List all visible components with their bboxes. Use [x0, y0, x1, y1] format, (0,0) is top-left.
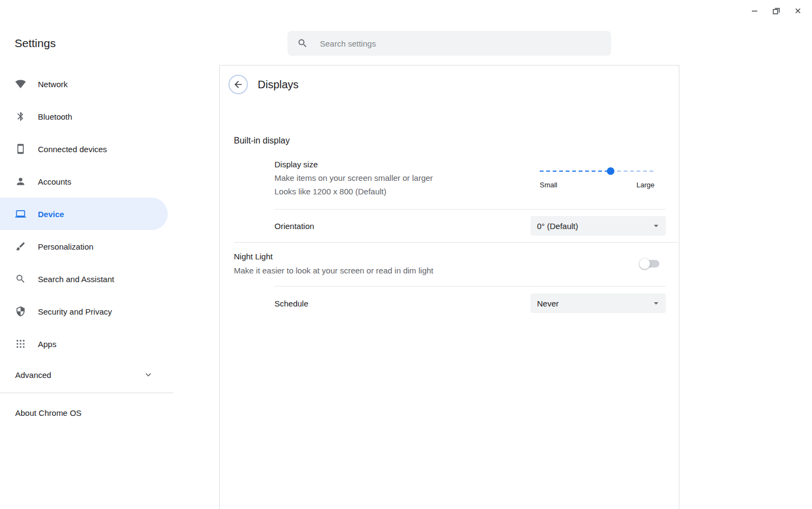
orientation-label: Orientation: [274, 221, 314, 231]
advanced-label: Advanced: [15, 370, 51, 380]
slider-min-label: Small: [540, 181, 558, 189]
arrow-back-icon: [233, 79, 244, 90]
sidebar-advanced-toggle[interactable]: Advanced: [0, 360, 168, 389]
brush-icon: [15, 241, 26, 252]
person-icon: [15, 176, 26, 187]
sidebar-item-label: Security and Privacy: [38, 307, 112, 316]
app-title: Settings: [15, 37, 56, 50]
chevron-down-icon: [143, 369, 154, 380]
sidebar-item-label: Bluetooth: [38, 112, 72, 121]
slider-track-rest: [611, 171, 654, 172]
wifi-icon: [15, 79, 26, 89]
slider-thumb[interactable]: [607, 167, 614, 175]
back-button[interactable]: [228, 75, 248, 94]
slider-labels: Small Large: [540, 181, 654, 189]
sidebar-item-personalization[interactable]: Personalization: [0, 230, 168, 263]
search-box[interactable]: [287, 31, 611, 56]
apps-grid-icon: [15, 338, 26, 349]
night-light-subtitle: Make it easier to look at your screen or…: [234, 264, 434, 278]
search-input[interactable]: [320, 39, 601, 48]
section-title-built-in-display: Built-in display: [234, 136, 679, 146]
sidebar-item-network[interactable]: Network: [0, 68, 168, 100]
sidebar-item-device[interactable]: Device: [0, 198, 168, 230]
laptop-icon: [15, 208, 26, 219]
window-titlebar: [0, 0, 812, 22]
restore-button[interactable]: [769, 3, 784, 18]
sidebar-item-label: Accounts: [38, 177, 71, 186]
sidebar-item-bluetooth[interactable]: Bluetooth: [0, 100, 168, 133]
sidebar-item-label: Personalization: [38, 242, 94, 251]
display-size-detail: Looks like 1200 x 800 (Default): [274, 185, 433, 198]
minimize-icon: [750, 6, 759, 15]
dropdown-arrow-icon: [651, 220, 662, 231]
slider-track[interactable]: [540, 167, 654, 175]
sidebar-item-connected-devices[interactable]: Connected devices: [0, 133, 168, 165]
restore-icon: [772, 6, 781, 15]
app-header: Settings: [0, 22, 812, 65]
night-light-text: Night Light Make it easier to look at yo…: [234, 250, 434, 278]
sidebar-item-accounts[interactable]: Accounts: [0, 165, 168, 198]
schedule-value: Never: [537, 299, 559, 308]
bluetooth-icon: [15, 111, 26, 122]
sidebar-item-label: Connected devices: [38, 145, 107, 154]
night-light-row: Night Light Make it easier to look at yo…: [234, 243, 666, 286]
slider-max-label: Large: [637, 181, 654, 189]
sidebar-divider: [0, 393, 173, 393]
sidebar-item-search-and-assistant[interactable]: Search and Assistant: [0, 263, 168, 295]
displays-panel: Displays Built-in display Display size M…: [219, 65, 679, 509]
orientation-value: 0° (Default): [537, 221, 578, 231]
close-icon: [794, 6, 802, 15]
schedule-label: Schedule: [274, 299, 309, 308]
display-size-subtitle: Make items on your screen smaller or lar…: [274, 171, 433, 185]
night-light-title: Night Light: [234, 250, 434, 264]
search-icon: [15, 273, 26, 284]
sidebar-item-label: Apps: [38, 340, 56, 349]
schedule-dropdown[interactable]: Never: [531, 293, 666, 313]
minimize-button[interactable]: [747, 3, 762, 18]
sidebar-item-label: Search and Assistant: [38, 275, 114, 284]
sidebar: NetworkBluetoothConnected devicesAccount…: [0, 65, 219, 509]
sidebar-item-security-and-privacy[interactable]: Security and Privacy: [0, 295, 168, 328]
night-light-toggle[interactable]: [641, 260, 659, 267]
sidebar-item-label: Network: [38, 80, 68, 89]
orientation-row: Orientation 0° (Default): [274, 210, 666, 242]
display-size-slider[interactable]: Small Large: [540, 167, 654, 189]
display-size-text: Display size Make items on your screen s…: [274, 158, 433, 198]
page-title: Displays: [258, 79, 299, 91]
dropdown-arrow-icon: [651, 298, 662, 309]
shield-icon: [15, 306, 26, 317]
schedule-row: Schedule Never: [274, 286, 666, 320]
display-size-row: Display size Make items on your screen s…: [274, 149, 666, 210]
smartphone-icon: [15, 143, 26, 154]
display-size-title: Display size: [274, 158, 433, 171]
orientation-dropdown[interactable]: 0° (Default): [531, 216, 666, 236]
sidebar-item-apps[interactable]: Apps: [0, 328, 168, 360]
close-button[interactable]: [790, 3, 806, 18]
toggle-thumb: [639, 258, 650, 269]
page-header: Displays: [220, 66, 679, 103]
sidebar-item-label: Device: [38, 210, 64, 219]
about-label: About Chrome OS: [15, 408, 82, 417]
sidebar-item-about-chrome-os[interactable]: About Chrome OS: [0, 396, 219, 429]
search-icon: [297, 38, 308, 49]
slider-track-active: [540, 171, 611, 172]
